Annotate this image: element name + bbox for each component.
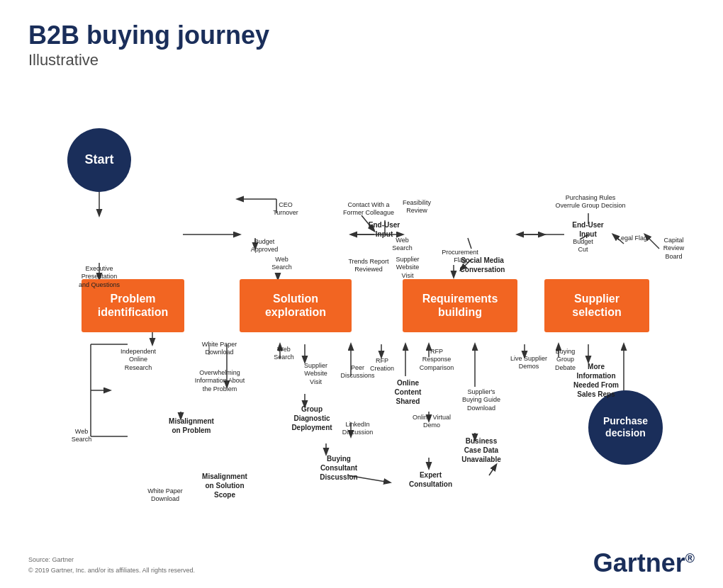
label-web-search-top: WebSearch bbox=[262, 256, 301, 272]
phase-requirements: Requirementsbuilding bbox=[403, 279, 517, 332]
label-budget-cut: BudgetCut bbox=[564, 238, 602, 254]
label-web-search-left: WebSearch bbox=[64, 428, 99, 444]
label-misalignment-problem: Misalignmenton Problem bbox=[159, 417, 223, 435]
page-wrapper: B2B buying journey Illustrative bbox=[0, 0, 723, 588]
label-procurement-flag: ProcurementFlag bbox=[432, 249, 488, 265]
phase-solution: Solutionexploration bbox=[240, 279, 352, 332]
label-group-diagnostic: GroupDiagnosticDeployment bbox=[284, 405, 340, 432]
label-online-content: OnlineContentShared bbox=[381, 378, 435, 406]
label-business-case: BusinessCase DataUnavailable bbox=[452, 436, 510, 464]
label-feasibility-review: FeasibilityReview bbox=[388, 199, 445, 215]
label-rfp-creation: RFPCreation bbox=[360, 357, 404, 373]
footer: Source: Gartner © 2019 Gartner, Inc. and… bbox=[28, 555, 195, 575]
label-web-search-mid: WebSearch bbox=[264, 346, 303, 362]
start-node: Start bbox=[67, 128, 131, 192]
label-expert-consultation: ExpertConsultation bbox=[408, 470, 454, 489]
label-ceo-turnover: CEOTurnover bbox=[261, 201, 310, 217]
svg-line-12 bbox=[468, 238, 471, 249]
page-subtitle: Illustrative bbox=[28, 51, 695, 69]
purchase-node: Purchasedecision bbox=[588, 390, 663, 465]
page-title: B2B buying journey bbox=[28, 21, 695, 50]
label-misalignment-scope: Misalignmenton SolutionScope bbox=[193, 472, 257, 499]
label-rfp-response: RFPResponseComparison bbox=[411, 348, 462, 373]
label-suppliers-buying-guide: Supplier'sBuying GuideDownload bbox=[454, 388, 509, 413]
label-exec-presentation: ExecutivePresentationand Questions bbox=[64, 265, 135, 290]
label-supplier-website-top: SupplierWebsiteVisit bbox=[383, 256, 432, 281]
label-white-paper-1: White PaperDownload bbox=[193, 341, 246, 357]
label-legal-flag: Legal Flag bbox=[611, 234, 654, 243]
label-independent-online: IndependentOnlineResearch bbox=[113, 348, 163, 373]
label-buying-consultant: BuyingConsultantDiscussion bbox=[310, 454, 367, 482]
phase-supplier: Supplierselection bbox=[544, 279, 649, 332]
gartner-logo: Gartner® bbox=[593, 548, 695, 578]
svg-line-43 bbox=[489, 465, 496, 475]
label-white-paper-2: White PaperDownload bbox=[140, 487, 190, 504]
label-online-virtual: Online VirtualDemo bbox=[408, 414, 456, 430]
label-capital-review: CapitalReviewBoard bbox=[651, 237, 697, 261]
label-linkedin-discussion: LinkedInDiscussion bbox=[335, 421, 381, 437]
diagram-area: Start Problemidentification Solutionexpl… bbox=[28, 82, 695, 521]
label-purchasing-rules: Purchasing RulesOverrule Group Decision bbox=[551, 194, 629, 210]
label-more-information: MoreInformationNeeded FromSales Reps bbox=[567, 362, 625, 399]
label-overwhelming-info: OverwhelmingInformation Aboutthe Problem bbox=[188, 369, 252, 394]
label-end-user-input-2: End-UserInput bbox=[561, 220, 615, 239]
label-budget-approved: BudgetApproved bbox=[240, 238, 289, 254]
label-web-search-2: WebSearch bbox=[383, 237, 422, 253]
